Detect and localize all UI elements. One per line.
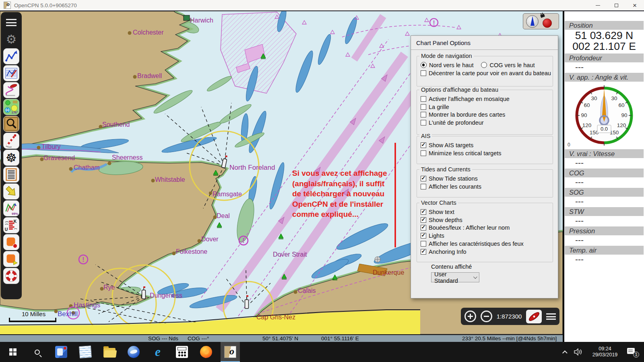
menu-button[interactable]	[3, 14, 19, 31]
checkbox-control[interactable]	[421, 96, 426, 102]
plugin-polar-badge: 95%	[12, 212, 18, 216]
svg-text:120: 120	[582, 122, 592, 128]
minimize-button[interactable]	[588, 0, 607, 11]
notepad-icon	[79, 346, 92, 358]
route-manager-button[interactable]	[3, 65, 19, 81]
track-button[interactable]	[3, 82, 19, 98]
zoom-out-button[interactable]	[481, 311, 492, 322]
taskbar-notepad-button[interactable]	[76, 342, 95, 362]
lights-checkbox[interactable]: Lights	[421, 232, 444, 239]
l-unit-de-profondeur-checkbox[interactable]: L'unité de profondeur	[421, 119, 484, 126]
checkbox-control[interactable]	[421, 104, 426, 110]
anchoring-info-checkbox[interactable]: Anchoring Info	[421, 249, 466, 255]
option-label: Montrer la bordure des cartes	[429, 111, 505, 118]
chart-menu-button[interactable]	[546, 313, 556, 320]
show-text-checkbox[interactable]: Show text	[421, 209, 454, 215]
checkbox-control[interactable]	[421, 249, 426, 255]
chevron-down-icon	[473, 275, 477, 279]
instrument-header-position: Position	[565, 21, 644, 30]
taskbar-search-button[interactable]	[27, 342, 47, 362]
taskbar-chevron-up-icon[interactable]	[562, 350, 568, 356]
vdr-play-button[interactable]	[3, 251, 19, 267]
taskbar-remote-button[interactable]	[52, 342, 71, 362]
checkbox-control[interactable]	[421, 150, 426, 156]
nord-vers-le-haut-radio[interactable]: Nord vers le haut	[421, 62, 473, 68]
instrument-header-stw: STW	[565, 207, 644, 216]
chart-display-options-button[interactable]: 176°	[3, 99, 19, 115]
taskbar-clock[interactable]: 09:24 29/03/2019	[589, 346, 621, 358]
taskbar-start-button[interactable]	[3, 342, 23, 362]
d-centrer-la-carte-pour-voir-en-avant-du-bateau-checkbox[interactable]: Décentrer la carte pour voir en avant du…	[421, 70, 551, 76]
chart-locator-icon	[4, 116, 19, 132]
autopilot-wheel-button[interactable]: ☸	[3, 150, 19, 166]
option-label: L'unité de profondeur	[429, 119, 484, 126]
cog-vers-le-haut-radio[interactable]: COG vers le haut	[481, 62, 535, 68]
checkbox-control[interactable]	[421, 112, 426, 117]
vdr-record-button[interactable]	[3, 234, 19, 250]
track-icon	[4, 82, 19, 98]
option-label: Afficher les caractéristiques des feux	[429, 241, 524, 247]
montrer-la-bordure-des-cartes-checkbox[interactable]: Montrer la bordure des cartes	[421, 111, 505, 118]
option-label: Bouées/feux : Afficher leur nom	[429, 224, 510, 231]
show-depths-checkbox[interactable]: Show depths	[421, 217, 462, 223]
compass-gps-widget[interactable]	[523, 13, 559, 29]
taskbar-ie-button[interactable]: e	[148, 342, 167, 362]
taskbar-calc-button[interactable]	[172, 342, 192, 362]
mob-button[interactable]	[3, 268, 19, 284]
taskbar-firefox-button[interactable]	[196, 342, 216, 362]
tides-currents-button[interactable]: KU	[3, 217, 19, 233]
option-label: Activer l'affichage en mosaïque	[429, 96, 510, 102]
log-viewer-button[interactable]	[3, 167, 19, 183]
close-button[interactable]: ×	[625, 0, 644, 11]
option-label: Show depths	[429, 217, 462, 223]
checkbox-control[interactable]	[421, 70, 426, 76]
instrument-header-cog: COG	[565, 169, 644, 177]
checkbox-control[interactable]	[421, 142, 426, 148]
show-ais-targets-checkbox[interactable]: Show AIS targets	[421, 142, 473, 148]
minimize-less-critical-targets-checkbox[interactable]: Minimize less critical targets	[421, 150, 502, 156]
checkbox-control[interactable]	[421, 233, 426, 239]
measure-button[interactable]	[3, 133, 19, 149]
option-label: Lights	[429, 232, 444, 239]
show-tide-stations-checkbox[interactable]: Show Tide stations	[421, 175, 478, 182]
checkbox-control[interactable]	[421, 217, 426, 223]
checkbox-control[interactable]	[421, 176, 426, 181]
radio-control[interactable]	[421, 62, 427, 68]
taskbar-explorer-button[interactable]	[100, 342, 119, 362]
option-label: Show AIS targets	[429, 142, 473, 148]
taskbar-opencpn-button[interactable]	[221, 342, 240, 362]
route-create-button[interactable]	[3, 48, 19, 64]
checkbox-control[interactable]	[421, 225, 426, 230]
bou-es-feux-afficher-leur-nom-checkbox[interactable]: Bouées/feux : Afficher leur nom	[421, 224, 510, 231]
instrument-gauge: 30 30 60 60 90 90 120 120 150 150 0.0 0	[564, 82, 644, 148]
chart-locator-button[interactable]	[3, 116, 19, 132]
follow-boat-button[interactable]	[526, 310, 542, 323]
la-grille-checkbox[interactable]: La grille	[421, 104, 449, 110]
taskbar-thunderbird-button[interactable]	[124, 342, 143, 362]
group-title: AIS	[419, 133, 432, 139]
measure-icon	[4, 133, 19, 148]
checkbox-control[interactable]	[421, 241, 426, 247]
plugin-polar-button[interactable]: 95%	[3, 200, 19, 216]
gps-plug-icon	[540, 14, 545, 18]
autopilot-wheel-icon: ☸	[6, 152, 17, 164]
chart-canvas[interactable]: ! ! !	[0, 11, 563, 334]
radio-control[interactable]	[481, 62, 487, 68]
drop-mark-button[interactable]	[3, 183, 19, 200]
speaker-icon[interactable]	[574, 348, 583, 356]
route-manager-icon	[4, 66, 19, 81]
zoom-in-button[interactable]	[464, 311, 476, 322]
checkbox-control[interactable]	[421, 209, 426, 215]
checkbox-control[interactable]	[421, 120, 426, 125]
notification-center-button[interactable]: 1	[627, 348, 637, 356]
checkbox-control[interactable]	[421, 184, 426, 189]
content-displayed-select[interactable]: User Standard	[431, 272, 479, 282]
afficher-les-courants-checkbox[interactable]: Afficher les courants	[421, 183, 481, 190]
settings-button[interactable]: ⚙	[3, 31, 19, 47]
log-viewer-icon	[4, 167, 19, 182]
instrument-header-sog: SOG	[565, 188, 644, 197]
activer-l-affichage-en-mosa-que-checkbox[interactable]: Activer l'affichage en mosaïque	[421, 96, 510, 102]
restore-button[interactable]	[607, 0, 625, 11]
afficher-les-caract-ristiques-des-feux-checkbox[interactable]: Afficher les caractéristiques des feux	[421, 241, 524, 247]
group-ais: AISShow AIS targetsMinimize less critica…	[417, 136, 553, 164]
